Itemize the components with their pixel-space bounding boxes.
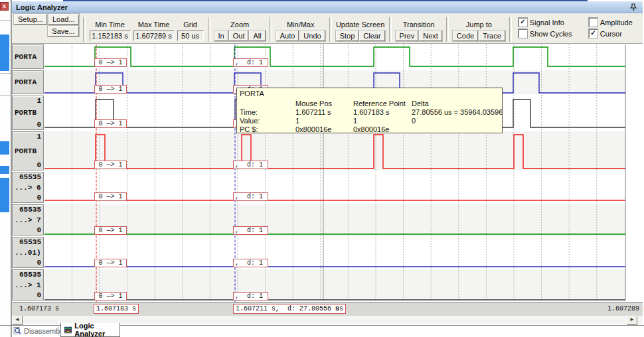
tab-label: Logic Analyzer — [74, 322, 120, 337]
signal-trace[interactable] — [44, 135, 625, 168]
tooltip-row-label: Time: — [240, 108, 295, 117]
tooltip-value: 0x800016e — [353, 125, 412, 134]
tooltip-header-delta: Delta — [412, 100, 502, 108]
waveform-icon — [64, 326, 72, 334]
cursor-delta-label: , d: 1 — [233, 292, 268, 301]
tooltip-value: 1 — [353, 117, 412, 125]
signal-info-tooltip: PORTA Mouse Pos Reference Point Delta Ti… — [236, 88, 503, 133]
tab-logic-analyzer[interactable]: Logic Analyzer — [60, 323, 120, 337]
tooltip-row-label: Value: — [240, 117, 295, 125]
transition-label: 0 —> 1 — [94, 161, 127, 169]
tooltip-title: PORTA — [240, 90, 502, 98]
tooltip-value: 27.80556 us = 35964.035964 Hz — [412, 108, 502, 117]
logic-analyzer-window: x Logic Analyzer Setup... Load... Save..… — [0, 0, 644, 337]
cursor-delta-label: , d: 1 — [233, 58, 268, 67]
transition-label: 0 —> 1 — [94, 259, 127, 267]
tooltip-header-mouse-pos: Mouse Pos — [295, 100, 353, 108]
transition-label: 0 —> 1 — [94, 192, 127, 201]
transition-label: 0 —> 1 — [94, 58, 127, 67]
signal-trace[interactable] — [44, 47, 625, 66]
tooltip-value: 1.607183 s — [353, 108, 412, 117]
tooltip-value: 0x800016e — [295, 125, 353, 134]
tooltip-value — [412, 125, 502, 134]
cursor-delta-label: , d: 1 — [233, 161, 268, 169]
tooltip-table: Mouse Pos Reference Point Delta Time: 1.… — [240, 100, 502, 134]
cursor-delta-label: , d: 1 — [233, 226, 268, 235]
tooltip-value: 1.607211 s — [295, 108, 353, 117]
tooltip-value: 0 — [412, 117, 502, 125]
cursor-delta-label: , d: 1 — [233, 259, 268, 267]
transition-label: 0 —> 1 — [94, 226, 127, 235]
cursor-delta-label: , d: 1 — [233, 192, 268, 201]
tooltip-header-reference-point: Reference Point — [353, 100, 412, 108]
transition-label: 0 —> 1 — [94, 85, 127, 94]
transition-label: 0 —> 1 — [94, 292, 127, 301]
tooltip-value: 1 — [295, 117, 353, 125]
tooltip-row-label: PC $: — [240, 125, 295, 134]
transition-label: 0 —> 1 — [94, 119, 127, 128]
